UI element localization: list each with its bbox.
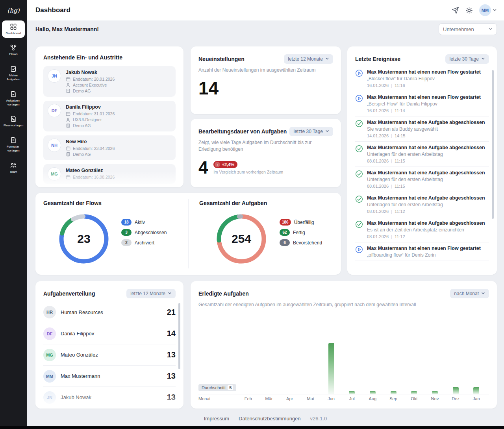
- company-select[interactable]: Unternehmen: [439, 23, 497, 35]
- chevron-down-icon: [325, 129, 329, 134]
- separator: |: [391, 184, 392, 189]
- person-card[interactable]: JNJakub NowakEnddatum: 28.01.2026Account…: [43, 66, 176, 97]
- separator: |: [391, 209, 392, 214]
- app-version: v26.1.0: [310, 416, 327, 422]
- event-time: 11:15: [395, 159, 405, 164]
- event-subtitle: „offboarding flow“ für Denis Zorin: [367, 252, 481, 258]
- user-menu[interactable]: MM: [479, 4, 497, 16]
- event-body: Max Mustermann hat eine Aufgabe abgeschl…: [367, 144, 485, 164]
- card-new-hires: Neueinstellungen letzte 12 Monate Anzahl…: [191, 46, 341, 114]
- footer-link-impressum[interactable]: Impressum: [204, 416, 229, 422]
- separator: |: [391, 159, 392, 164]
- person-name: New Hire: [66, 139, 115, 145]
- time-filter-value: letzte 30 Tage: [449, 56, 479, 62]
- distribution-row[interactable]: HRHuman Resources21: [43, 301, 176, 323]
- time-filter-dropdown[interactable]: letzte 30 Tage: [445, 54, 489, 64]
- avatar: MG: [43, 349, 56, 361]
- sidebar-nav: DashboardFlowsMeine AufgabenAufgaben-vor…: [0, 17, 27, 179]
- event-title: Max Mustermann hat einen neuen Flow gest…: [367, 94, 481, 100]
- time-filter-value: letzte 12 Monate: [288, 56, 323, 62]
- sidebar-item-flow-templates[interactable]: Flow-vorlagen: [2, 113, 25, 130]
- bar: [349, 391, 355, 394]
- events-list: Max Mustermann hat einen neuen Flow gest…: [355, 66, 489, 261]
- bar-slot-aug: Aug: [362, 319, 383, 403]
- bottom-bar: [0, 426, 504, 429]
- x-axis-tick: Jul: [349, 394, 355, 403]
- person-name: Danila Filippov: [66, 104, 115, 110]
- sidebar-item-team[interactable]: Team: [2, 159, 25, 176]
- send-icon[interactable]: [451, 6, 459, 14]
- sidebar-item-label: Dashboard: [6, 31, 21, 35]
- person-company: Demo AG: [66, 123, 115, 128]
- person-enddate-text: Enddatum: 23.04.2026: [73, 146, 115, 151]
- person-enddate-text: Enddatum: 16.08.2026: [73, 174, 115, 180]
- bar: [411, 391, 417, 394]
- dashboard-icon: [10, 23, 17, 30]
- distribution-row[interactable]: JNJakub Nowak13: [43, 386, 176, 408]
- footer-link-privacy[interactable]: Datenschutzbestimmungen: [239, 416, 301, 422]
- event-time: 11:16: [395, 83, 405, 88]
- bar-slot-feb: Feb: [238, 319, 259, 403]
- card-title: Letzte Ereignisse: [355, 56, 400, 62]
- avatar: NH: [48, 139, 61, 152]
- avatar: DF: [43, 327, 56, 340]
- x-axis-tick: Jan: [473, 394, 480, 403]
- settings-gear-icon[interactable]: [465, 7, 473, 14]
- interval-filter-dropdown[interactable]: nach Monat: [450, 289, 489, 298]
- legend-count-badge: 186: [280, 219, 291, 226]
- time-filter-dropdown[interactable]: letzte 30 Tage: [289, 127, 333, 136]
- app-logo[interactable]: (hg): [7, 4, 20, 17]
- calendar-icon: [66, 175, 70, 179]
- distribution-list: HRHuman Resources21DFDanila Filippov14MG…: [43, 301, 176, 408]
- x-axis-title: Monat: [198, 394, 211, 403]
- form-templates-icon: [10, 137, 17, 144]
- event-subtitle: „Beispiel-Flow“ für Danila Filippov: [367, 101, 481, 107]
- distribution-row[interactable]: MGMateo González13: [43, 344, 176, 365]
- person-company-text: Demo AG: [73, 88, 91, 94]
- sidebar-item-label: Flows: [9, 52, 18, 56]
- event-subtitle: Es ist an der Zeit den Arbeitsplatz einz…: [367, 227, 485, 233]
- legend-item: 3Abgeschlossen: [121, 229, 167, 236]
- event-title: Max Mustermann hat einen neuen Flow gest…: [367, 245, 481, 251]
- person-info: Danila FilippovEnddatum: 31.01.2026UX/UI…: [66, 104, 115, 128]
- sidebar-item-dashboard[interactable]: Dashboard: [2, 20, 25, 38]
- separator: |: [391, 108, 392, 113]
- event-item: Max Mustermann hat eine Aufgabe abgeschl…: [355, 142, 489, 167]
- time-filter-dropdown[interactable]: letzte 12 Monate: [126, 289, 176, 298]
- event-datetime: 08.01.2026|11:15: [367, 159, 485, 164]
- person-card[interactable]: NHNew HireEnddatum: 23.04.2026Demo AG: [43, 135, 176, 160]
- bar-slot-sep: Sep: [383, 319, 404, 403]
- events-scrollbar[interactable]: [492, 70, 494, 219]
- legend-item: 2Archiviert: [121, 239, 167, 246]
- time-filter-dropdown[interactable]: letzte 12 Monate: [284, 54, 333, 64]
- distribution-row[interactable]: MMMax Mustermann13: [43, 365, 176, 386]
- flow-started-icon: [355, 245, 363, 258]
- tasks-donut-chart: 254: [216, 213, 267, 264]
- building-icon: [66, 152, 70, 157]
- sidebar-item-form-templates[interactable]: Formular-vorlagen: [2, 134, 25, 155]
- event-date: 14.01.2026: [367, 133, 389, 139]
- event-item: Max Mustermann hat eine Aufgabe abgeschl…: [355, 217, 489, 242]
- sidebar-item-flows[interactable]: Flows: [2, 41, 25, 59]
- legend-item: 62Fertig: [280, 229, 322, 236]
- distribution-scrollbar[interactable]: [178, 303, 180, 369]
- person-card[interactable]: DFDanila FilippovEnddatum: 31.01.2026UX/…: [43, 101, 176, 131]
- sidebar-item-my-tasks[interactable]: Meine Aufgaben: [2, 63, 25, 84]
- avatar: MG: [48, 167, 61, 181]
- flow-templates-icon: [10, 115, 17, 122]
- company-select-value: Unternehmen: [443, 26, 474, 32]
- sidebar-item-label: Team: [9, 170, 17, 174]
- calendar-icon: [66, 111, 70, 116]
- bar-slot-okt: Okt: [404, 319, 424, 403]
- distribution-row[interactable]: DFDanila Filippov14: [43, 323, 176, 344]
- sidebar-item-label: Meine Aufgaben: [3, 74, 24, 82]
- person-card[interactable]: MGMateo GonzálezEnddatum: 16.08.2026: [43, 164, 176, 184]
- x-axis-tick: Jun: [328, 394, 335, 403]
- flow-started-icon: [355, 69, 363, 88]
- event-subtitle: Unterlagen für den ersten Arbeitstag: [367, 202, 485, 207]
- person-role: UX/UI-Designer: [66, 117, 115, 122]
- legend-item: 6Bevorstehend: [280, 239, 322, 246]
- sidebar-item-task-templates[interactable]: Aufgaben-vorlagen: [2, 88, 25, 109]
- bar: [432, 391, 438, 394]
- chevron-down-icon: [493, 7, 497, 14]
